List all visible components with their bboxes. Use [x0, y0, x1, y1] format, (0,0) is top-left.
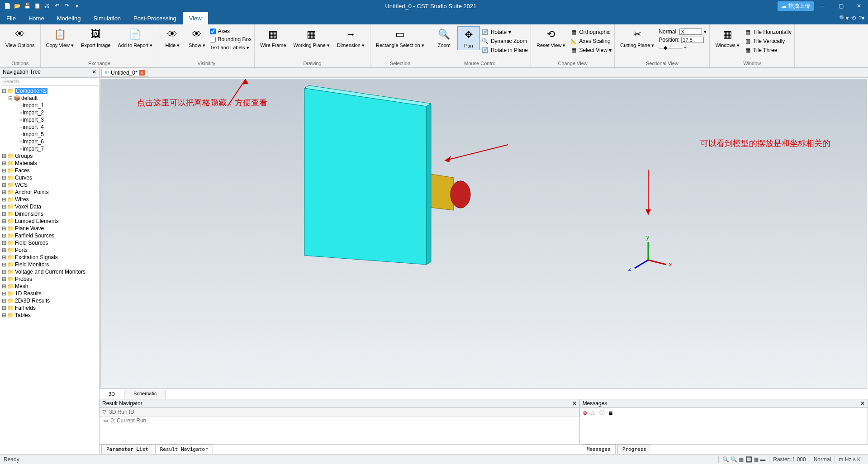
axes-checkbox[interactable]: Axes: [210, 28, 251, 34]
save-icon[interactable]: 💾: [24, 2, 31, 9]
textlabels-button[interactable]: Text and Labels ▾: [210, 44, 251, 51]
tab-home[interactable]: Home: [22, 12, 51, 24]
warning-icon[interactable]: ⚠: [591, 410, 596, 416]
viewtab-schematic[interactable]: Schematic: [124, 390, 166, 399]
tile-horizontal-button[interactable]: ▤Tile Horizontally: [744, 28, 792, 36]
position-slider[interactable]: —◆——— +: [659, 44, 707, 51]
tab-view[interactable]: View: [183, 12, 208, 24]
workingplane-button[interactable]: ▦Working Plane ▾: [291, 26, 332, 49]
current-run[interactable]: 0: Current Run: [111, 417, 147, 424]
tree-item[interactable]: ⊞📁 Plane Wave: [2, 225, 98, 232]
tree-item[interactable]: ⊞📁 Field Monitors: [2, 261, 98, 268]
list-icon[interactable]: ≣: [608, 410, 613, 416]
rectangle-selection-button[interactable]: ▭Rectangle Selection ▾: [373, 26, 427, 49]
help-icon[interactable]: ?▾: [859, 15, 864, 21]
tree-item[interactable]: ⊞📁 Faces: [2, 167, 98, 174]
pan-button[interactable]: ✥Pan: [457, 26, 480, 50]
doctab-close-icon[interactable]: ✕: [139, 70, 145, 76]
status-zoom-icons[interactable]: 🔍 🔍 ▦ 🔲 ▦ ▬: [718, 456, 769, 463]
3d-viewport[interactable]: 点击这里可以把网格隐藏，方便查看 可以看到模型的摆放是和坐标相关的 x y: [100, 79, 867, 389]
tree-components[interactable]: Components: [15, 88, 47, 94]
tree-item[interactable]: ⊞📁 Field Sources: [2, 239, 98, 246]
tree-item[interactable]: ⊞📁 Voltage and Current Monitors: [2, 268, 98, 275]
navigation-tree[interactable]: ⊟📁Components ⊟📦default ▫ import_1▫ impor…: [0, 86, 99, 454]
reset-view-button[interactable]: ⟲Reset View ▾: [534, 26, 569, 49]
boundingbox-checkbox[interactable]: Bounding Box: [210, 36, 251, 43]
copy-view-button[interactable]: 📋Copy View ▾: [43, 26, 76, 49]
tree-item[interactable]: ⊞📁 Farfield Sources: [2, 232, 98, 239]
navtree-close-icon[interactable]: ✕: [92, 69, 96, 75]
info-icon[interactable]: ⓘ: [599, 409, 605, 417]
tab-file[interactable]: File: [0, 12, 22, 24]
btab-resnav[interactable]: Result Navigator: [155, 445, 213, 454]
tree-item[interactable]: ⊞📁 Groups: [2, 152, 98, 160]
close-button[interactable]: ✕: [850, 0, 868, 12]
tree-item[interactable]: ⊞📁 Farfields: [2, 304, 98, 312]
search-icon[interactable]: 🔍▾: [839, 15, 849, 21]
tree-import-item[interactable]: ▫ import_3: [14, 116, 98, 123]
windows-button[interactable]: ▦Windows ▾: [712, 26, 742, 49]
tree-item[interactable]: ⊞📁 Curves: [2, 174, 98, 181]
resnav-close-icon[interactable]: ✕: [572, 400, 577, 407]
tree-item[interactable]: ⊞📁 Probes: [2, 275, 98, 283]
show-button[interactable]: 👁Show ▾: [185, 26, 208, 49]
minimize-button[interactable]: —: [814, 0, 832, 12]
tree-item[interactable]: ⊞📁 Anchor Points: [2, 189, 98, 196]
tree-item[interactable]: ⊞📁 Tables: [2, 312, 98, 319]
view-options-button[interactable]: 👁View Options: [3, 26, 38, 49]
select-view-button[interactable]: ▦Select View ▾: [570, 46, 612, 54]
doctab-untitled[interactable]: ≋ Untitled_0* ✕: [101, 69, 148, 77]
qat-dropdown-icon[interactable]: ▾: [73, 2, 81, 9]
btab-progress[interactable]: Progress: [617, 445, 651, 454]
dimension-button[interactable]: ↔Dimension ▾: [334, 26, 367, 49]
zoom-button[interactable]: 🔍Zoom: [433, 26, 455, 49]
rotate-button[interactable]: 🔄Rotate ▾: [482, 28, 528, 36]
tree-item[interactable]: ⊞📁 Mesh: [2, 283, 98, 290]
maximize-button[interactable]: ▢: [832, 0, 850, 12]
refresh-icon[interactable]: ⟲: [851, 15, 856, 21]
tree-item[interactable]: ⊞📁 Wires: [2, 196, 98, 203]
tree-default[interactable]: default: [21, 95, 38, 101]
hide-button[interactable]: 👁Hide ▾: [161, 26, 184, 49]
tab-modeling[interactable]: Modeling: [51, 12, 87, 24]
tree-item[interactable]: ⊞📁 Dimensions: [2, 210, 98, 218]
dynamic-zoom-button[interactable]: 🔍Dynamic Zoom: [482, 37, 528, 45]
viewtab-3d[interactable]: 3D: [100, 390, 124, 399]
tree-import-item[interactable]: ▫ import_4: [14, 123, 98, 131]
upload-widget[interactable]: ☁ 拖拽上传: [778, 1, 814, 11]
orthographic-button[interactable]: ▦Orthographic: [570, 28, 612, 36]
filter-icon[interactable]: ▽: [102, 409, 106, 415]
tab-simulation[interactable]: Simulation: [87, 12, 127, 24]
cutting-plane-button[interactable]: ✂Cutting Plane ▾: [617, 26, 657, 49]
btab-paramlist[interactable]: Parameter List: [101, 445, 153, 454]
print-icon[interactable]: 🖨: [43, 2, 51, 9]
wireframe-button[interactable]: ▦Wire Frame: [257, 26, 289, 49]
btab-messages[interactable]: Messages: [582, 445, 616, 454]
error-icon[interactable]: ⊘: [583, 410, 587, 416]
tab-postprocessing[interactable]: Post-Processing: [127, 12, 183, 24]
undo-icon[interactable]: ↶: [53, 2, 61, 9]
tree-item[interactable]: ⊞📁 Lumped Elements: [2, 218, 98, 225]
rotate-in-plane-button[interactable]: 🔄Rotate in Plane: [482, 46, 528, 54]
normal-input[interactable]: [679, 28, 702, 35]
export-image-button[interactable]: 🖼Export Image: [78, 26, 113, 49]
messages-close-icon[interactable]: ✕: [860, 400, 865, 407]
add-report-button[interactable]: 📄Add to Report ▾: [115, 26, 155, 49]
new-icon[interactable]: 📄: [4, 2, 11, 9]
tree-import-item[interactable]: ▫ import_1: [14, 102, 98, 109]
position-input[interactable]: [681, 37, 704, 43]
tree-item[interactable]: ⊞📁 Voxel Data: [2, 203, 98, 210]
axes-scaling-button[interactable]: 📐Axes Scaling: [570, 37, 612, 45]
copy-icon[interactable]: 📋: [33, 2, 41, 9]
tree-import-item[interactable]: ▫ import_5: [14, 131, 98, 138]
tree-import-item[interactable]: ▫ import_7: [14, 145, 98, 152]
open-icon[interactable]: 📂: [14, 2, 21, 9]
redo-icon[interactable]: ↷: [63, 2, 71, 9]
tile-three-button[interactable]: ▦Tile Three: [744, 46, 792, 54]
tree-import-item[interactable]: ▫ import_6: [14, 138, 98, 145]
tree-import-item[interactable]: ▫ import_2: [14, 109, 98, 116]
tree-item[interactable]: ⊞📁 2D/3D Results: [2, 297, 98, 304]
tile-vertical-button[interactable]: ▥Tile Vertically: [744, 37, 792, 45]
tree-item[interactable]: ⊞📁 1D Results: [2, 290, 98, 297]
tree-item[interactable]: ⊞📁 Materials: [2, 160, 98, 167]
